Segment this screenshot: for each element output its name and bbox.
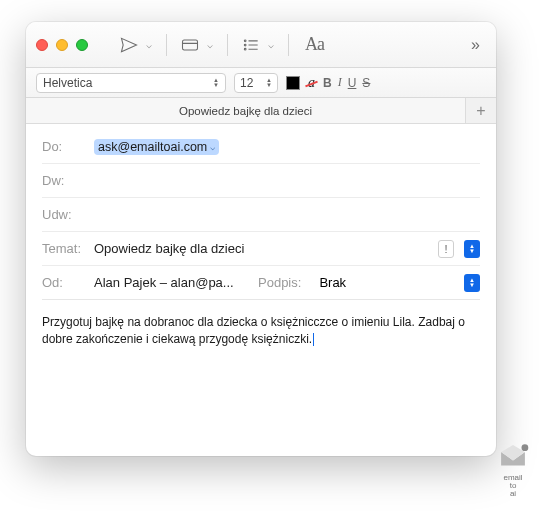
bcc-row[interactable]: Udw: — [42, 198, 480, 232]
new-tab-button[interactable]: + — [466, 98, 496, 123]
select-chevrons-icon: ▲▼ — [266, 78, 272, 88]
send-options-chevron[interactable]: ⌵ — [146, 39, 158, 50]
select-chevrons-icon: ▲▼ — [464, 274, 480, 292]
envelope-icon — [496, 440, 530, 474]
font-size-select[interactable]: 12 ▲▼ — [234, 73, 278, 93]
to-row: Do: ask@emailtoai.com ⌵ — [42, 130, 480, 164]
signature-label: Podpis: — [258, 275, 301, 290]
font-family-value: Helvetica — [43, 76, 92, 90]
svg-point-6 — [244, 48, 246, 50]
zoom-window-button[interactable] — [76, 39, 88, 51]
toolbar-separator — [227, 34, 228, 56]
bcc-label: Udw: — [42, 207, 86, 222]
underline-button[interactable]: U — [348, 76, 357, 90]
format-text-button[interactable]: Aa — [297, 34, 332, 55]
message-body[interactable]: Przygotuj bajkę na dobranoc dla dziecka … — [26, 300, 496, 456]
window-toolbar: ⌵ ⌵ ⌵ Aa » — [26, 22, 496, 68]
close-window-button[interactable] — [36, 39, 48, 51]
toolbar-separator — [166, 34, 167, 56]
svg-rect-0 — [183, 40, 198, 50]
from-row: Od: Alan Pajek – alan@pa... Podpis: Brak… — [42, 266, 480, 300]
header-fields-button[interactable] — [175, 31, 205, 59]
clear-style-button[interactable]: a — [308, 75, 315, 91]
signature-value: Brak — [319, 275, 346, 290]
tab-bar: Opowiedz bajkę dla dzieci + — [26, 98, 496, 124]
subject-row: Temat: Opowiedz bajkę dla dzieci ! ▲▼ — [42, 232, 480, 266]
font-family-select[interactable]: Helvetica ▲▼ — [36, 73, 226, 93]
subject-input[interactable]: Opowiedz bajkę dla dzieci — [94, 241, 430, 256]
emailtoai-logo: email to ai — [492, 440, 534, 498]
toolbar-separator — [288, 34, 289, 56]
svg-point-4 — [244, 44, 246, 46]
toolbar-overflow-button[interactable]: » — [465, 36, 486, 54]
font-size-value: 12 — [240, 76, 253, 90]
header-fields-chevron[interactable]: ⌵ — [207, 39, 219, 50]
send-button[interactable] — [114, 31, 144, 59]
list-format-button[interactable] — [236, 31, 266, 59]
to-label: Do: — [42, 139, 86, 154]
window-controls — [36, 39, 88, 51]
svg-point-2 — [244, 40, 246, 42]
minimize-window-button[interactable] — [56, 39, 68, 51]
list-format-chevron[interactable]: ⌵ — [268, 39, 280, 50]
strikethrough-button[interactable]: S — [362, 76, 370, 90]
body-text: Przygotuj bajkę na dobranoc dla dziecka … — [42, 315, 465, 346]
token-chevron-icon: ⌵ — [210, 142, 215, 152]
priority-button[interactable]: ! — [438, 240, 454, 258]
text-cursor — [313, 333, 314, 346]
priority-select[interactable]: ▲▼ — [464, 240, 480, 258]
header-fields: Do: ask@emailtoai.com ⌵ Dw: Udw: Temat: … — [26, 124, 496, 300]
format-bar: Helvetica ▲▼ 12 ▲▼ a B I U S — [26, 68, 496, 98]
signature-select[interactable]: Brak ▲▼ — [309, 273, 480, 293]
cc-label: Dw: — [42, 173, 86, 188]
from-label: Od: — [42, 275, 86, 290]
svg-point-8 — [522, 444, 529, 451]
from-account-select[interactable]: Alan Pajek – alan@pa... — [94, 275, 244, 290]
bold-button[interactable]: B — [323, 76, 332, 90]
compose-tab[interactable]: Opowiedz bajkę dla dzieci — [26, 98, 466, 123]
compose-window: ⌵ ⌵ ⌵ Aa » Helvetica ▲▼ 12 ▲▼ a B I U S — [26, 22, 496, 456]
select-chevrons-icon: ▲▼ — [213, 78, 219, 88]
text-color-swatch[interactable] — [286, 76, 300, 90]
italic-button[interactable]: I — [338, 75, 342, 90]
tab-title: Opowiedz bajkę dla dzieci — [179, 105, 312, 117]
text-style-group: B I U S — [323, 75, 370, 90]
brand-line3: ai — [492, 490, 534, 498]
cc-row[interactable]: Dw: — [42, 164, 480, 198]
subject-label: Temat: — [42, 241, 86, 256]
recipient-email: ask@emailtoai.com — [98, 140, 207, 154]
recipient-token[interactable]: ask@emailtoai.com ⌵ — [94, 139, 219, 155]
